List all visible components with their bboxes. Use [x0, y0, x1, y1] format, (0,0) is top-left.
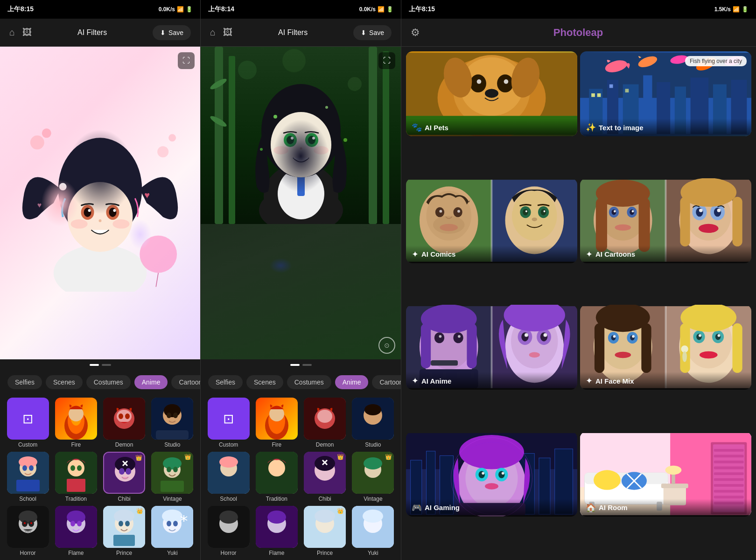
- tab-costumes-left[interactable]: Costumes: [86, 375, 131, 389]
- svg-point-296: [478, 471, 485, 478]
- battery-icon-mid: 🔋: [386, 6, 393, 13]
- filter-studio-mid[interactable]: Studio: [351, 398, 395, 448]
- svg-rect-318: [714, 496, 744, 498]
- filter-vintage-label-mid: Vintage: [364, 496, 382, 502]
- feature-text-to-image[interactable]: Fish flying over a city ✨ Text to image: [580, 51, 751, 136]
- svg-point-211: [632, 210, 634, 212]
- filter-demon-left[interactable]: Demon: [102, 398, 147, 448]
- dot-2: [102, 364, 111, 366]
- home-icon[interactable]: ⌂: [9, 27, 15, 38]
- gear-icon[interactable]: ⚙: [411, 27, 420, 39]
- svg-rect-314: [714, 472, 744, 475]
- filter-school-label-mid: School: [220, 496, 237, 502]
- middle-expand-button[interactable]: ⛶: [378, 52, 395, 69]
- tab-cartoons-left[interactable]: Cartoons: [171, 375, 200, 389]
- filter-tradition-mid[interactable]: Tradition: [254, 452, 299, 502]
- svg-point-10: [84, 208, 91, 217]
- filter-tradition-left[interactable]: Tradition: [54, 452, 98, 502]
- svg-point-201: [532, 217, 537, 221]
- svg-point-293: [459, 434, 524, 469]
- filter-yuki-left[interactable]: Yuki: [150, 506, 195, 556]
- image-icon-mid[interactable]: 🖼: [223, 27, 232, 38]
- left-indicator-dots: [0, 359, 200, 371]
- filter-prince-left[interactable]: 👑 Prince: [102, 506, 147, 556]
- filter-horror-mid[interactable]: Horror: [206, 506, 251, 556]
- feature-ai-face-mix[interactable]: ✦ AI Face Mix: [580, 305, 751, 390]
- tab-scenes-mid[interactable]: Scenes: [246, 375, 283, 389]
- filter-prince-mid[interactable]: 👑 Prince: [303, 506, 347, 556]
- feature-ai-pets[interactable]: 🐾 AI Pets: [406, 51, 577, 136]
- filter-chibi-left[interactable]: 👑 Chibi: [102, 452, 147, 502]
- tab-selfies-left[interactable]: Selfies: [7, 375, 42, 389]
- feature-ai-gaming[interactable]: 🎮 AI Gaming: [406, 432, 577, 517]
- svg-point-97: [259, 187, 343, 224]
- filter-school-mid[interactable]: School: [206, 452, 251, 502]
- tab-costumes-mid[interactable]: Costumes: [287, 375, 331, 389]
- filter-tradition-thumb-left: [55, 452, 97, 494]
- svg-point-11: [109, 208, 116, 217]
- svg-point-111: [314, 146, 329, 154]
- filter-demon-label-left: Demon: [115, 441, 133, 448]
- filter-custom-left[interactable]: ⊡ Custom: [6, 398, 50, 448]
- svg-point-225: [699, 224, 718, 232]
- svg-point-223: [699, 208, 703, 212]
- filter-fire-left[interactable]: Fire: [54, 398, 98, 448]
- ai-gaming-label-bar: 🎮 AI Gaming: [406, 499, 577, 517]
- filter-studio-thumb-mid: [352, 398, 394, 440]
- filter-studio-label-left: Studio: [164, 441, 180, 448]
- filter-fire-mid[interactable]: Fire: [254, 398, 299, 448]
- home-icon-mid[interactable]: ⌂: [210, 27, 216, 38]
- tab-anime-left[interactable]: Anime: [134, 375, 168, 389]
- tab-scenes-left[interactable]: Scenes: [46, 375, 83, 389]
- download-icon-mid: ⬇: [361, 29, 366, 36]
- svg-point-69: [67, 511, 85, 524]
- filter-demon-mid[interactable]: Demon: [303, 398, 347, 448]
- svg-point-44: [70, 465, 75, 471]
- svg-point-261: [613, 335, 616, 338]
- middle-indicator-dots: [201, 359, 401, 371]
- filter-yuki-mid[interactable]: Yuki: [351, 506, 395, 556]
- left-anime-illustration: ♥ ♥: [0, 114, 200, 292]
- filter-horror-left[interactable]: Horror: [6, 506, 50, 556]
- svg-point-224: [717, 208, 721, 212]
- svg-point-43: [68, 460, 84, 476]
- feature-ai-cartoons[interactable]: ✦ AI Cartoons: [580, 178, 751, 263]
- ai-comics-icon: ✦: [412, 249, 419, 259]
- left-expand-button[interactable]: ⛶: [178, 52, 195, 69]
- svg-point-103: [284, 133, 297, 147]
- middle-save-button[interactable]: ⬇ Save: [353, 25, 392, 40]
- svg-point-263: [615, 352, 631, 358]
- filter-flame-left[interactable]: Flame: [54, 506, 98, 556]
- filter-school-left[interactable]: School: [6, 452, 50, 502]
- text-to-image-label-bar: ✨ Text to image: [580, 119, 751, 136]
- filter-studio-left[interactable]: Studio: [150, 398, 195, 448]
- svg-rect-176: [609, 84, 613, 88]
- feature-ai-anime[interactable]: ✦ AI Anime: [406, 305, 577, 390]
- middle-filter-tabs: Selfies Scenes Costumes Anime Cartoons: [201, 371, 401, 394]
- filter-studio-thumb-left: [151, 398, 193, 440]
- ai-comics-label: AI Comics: [421, 250, 455, 258]
- prince-crown-mid: 👑: [337, 508, 344, 514]
- svg-point-275: [718, 334, 721, 337]
- filter-chibi-thumb-left: 👑: [103, 452, 145, 494]
- svg-point-58: [173, 467, 178, 472]
- svg-point-0: [30, 135, 44, 149]
- chibi-crown-mid: 👑: [337, 454, 344, 460]
- filter-vintage-mid[interactable]: 👑 Vintage: [351, 452, 395, 502]
- feature-ai-comics[interactable]: ✦ AI Comics: [406, 178, 577, 263]
- filter-vintage-left[interactable]: 👑 Vintage: [150, 452, 195, 502]
- svg-point-114: [343, 138, 347, 142]
- filter-custom-mid[interactable]: ⊡ Custom: [206, 398, 251, 448]
- filter-flame-mid[interactable]: Flame: [254, 506, 299, 556]
- feature-ai-room[interactable]: 🏠 AI Room: [580, 432, 751, 517]
- svg-rect-313: [714, 466, 744, 469]
- filter-chibi-thumb-mid: 👑: [304, 452, 346, 494]
- left-save-button[interactable]: ⬇ Save: [153, 25, 191, 40]
- tab-anime-mid[interactable]: Anime: [335, 375, 369, 389]
- tab-cartoons-mid[interactable]: Cartoons: [372, 375, 401, 389]
- svg-point-14: [99, 219, 102, 222]
- tab-selfies-mid[interactable]: Selfies: [208, 375, 243, 389]
- filter-chibi-mid[interactable]: 👑 Chibi: [303, 452, 347, 502]
- image-icon[interactable]: 🖼: [22, 27, 32, 38]
- svg-point-2: [157, 146, 168, 157]
